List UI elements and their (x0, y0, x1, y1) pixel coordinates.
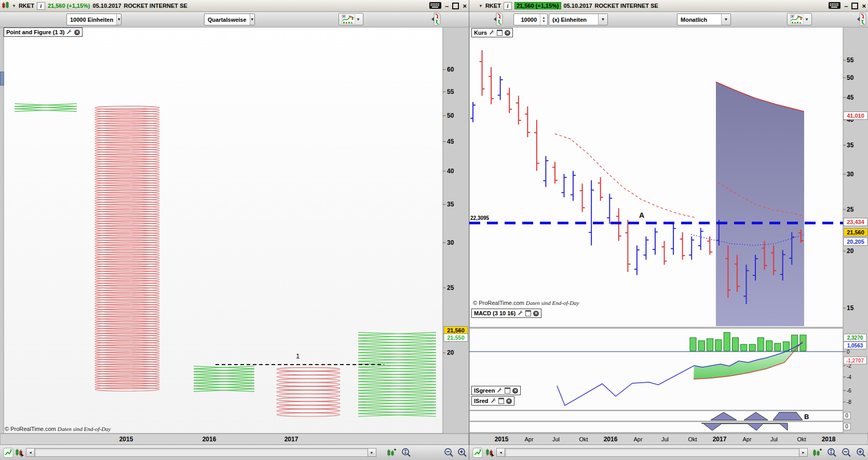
svg-text:Okt: Okt (797, 436, 806, 442)
tab-point-and-figure[interactable]: Point and Figure (1 3) × (4, 27, 83, 37)
panel-window-icon[interactable] (497, 30, 503, 36)
side-panel-handle[interactable] (0, 72, 4, 86)
candle-cursor-icon[interactable] (484, 447, 496, 458)
scroll-left-icon[interactable]: ◄ (496, 448, 505, 457)
fit-zoom-icon[interactable] (400, 447, 412, 458)
left-chart-canvas[interactable]: 160555045403530252021,56021,550201520162… (0, 0, 469, 460)
svg-text:21,550: 21,550 (447, 334, 465, 341)
scroll-right-icon[interactable]: ► (799, 448, 808, 457)
right-chart-canvas[interactable]: 22,3095A55504540353025201541,01023,43421… (469, 0, 868, 460)
left-titlebar[interactable]: ▼ RKET i 21,560 (+1,15%) 05.10.2017 ROCK… (0, 0, 469, 12)
svg-text:20: 20 (847, 247, 854, 255)
scroll-left-icon[interactable]: ◄ (26, 448, 35, 457)
close-button[interactable]: × (463, 3, 467, 9)
svg-text:30: 30 (447, 239, 454, 246)
maximize-button[interactable] (851, 3, 858, 9)
close-indicator-icon[interactable]: × (512, 388, 518, 394)
close-indicator-icon[interactable]: × (74, 30, 80, 35)
close-indicator-icon[interactable]: × (533, 311, 539, 316)
units-value-spinner[interactable]: 10000 ▲▼ (513, 13, 548, 25)
panel-window-icon[interactable] (505, 387, 510, 394)
pnf-y-axis: 605550454035302520 (443, 66, 454, 356)
chart-style-icon (342, 15, 355, 24)
tab-isgreen[interactable]: ISgreen × (471, 386, 521, 395)
svg-text:0: 0 (847, 349, 850, 355)
tab-isred[interactable]: ISred × (471, 396, 514, 406)
keyboard-icon[interactable] (829, 2, 840, 10)
chart-style-button[interactable]: ▼ (338, 13, 363, 25)
minimize-button[interactable]: – (445, 3, 449, 9)
pnf-x-axis: 201520162017 (0, 434, 469, 445)
svg-text:B: B (804, 413, 809, 421)
price-badge: 21,560 (844, 229, 867, 236)
minimize-button[interactable]: – (844, 3, 848, 9)
units-dropdown[interactable]: 10000 Einheiten ▼ (66, 13, 121, 25)
svg-text:-4: -4 (847, 374, 851, 380)
price-badge: 41,010 (844, 112, 867, 120)
scroll-right-icon[interactable]: ► (368, 448, 376, 457)
horizontal-scrollbar[interactable]: ◄ ► (496, 448, 808, 457)
tab-label: ISgreen (474, 387, 495, 394)
close-indicator-icon[interactable]: × (505, 30, 510, 36)
scrollbar-track[interactable] (35, 448, 368, 457)
svg-text:2016: 2016 (202, 436, 216, 443)
close-button[interactable]: × (862, 3, 866, 9)
zoom-chart-icon[interactable] (471, 447, 483, 458)
dropdown-caret-icon: ▼ (598, 14, 607, 25)
dropdown-caret-icon: ▼ (805, 17, 809, 22)
info-icon[interactable]: i (37, 2, 45, 10)
info-icon[interactable]: i (504, 2, 512, 10)
chart-style-button[interactable]: ▼ (787, 13, 812, 25)
zoom-out-icon[interactable] (442, 447, 454, 458)
svg-text:2017: 2017 (284, 436, 299, 443)
wrench-icon[interactable] (491, 398, 496, 405)
units-mode-dropdown[interactable]: (x) Einheiten ▼ (549, 13, 608, 25)
isred-panel: 0 (469, 422, 850, 433)
instrument-name: ROCKET INTERNET SE (124, 3, 187, 9)
wrench-icon[interactable] (489, 30, 495, 36)
keyboard-icon[interactable] (429, 2, 441, 10)
zoom-chart-icon[interactable] (2, 447, 14, 458)
svg-text:60: 60 (447, 66, 454, 73)
svg-text:1: 1 (296, 352, 300, 360)
add-candles-icon[interactable] (811, 447, 823, 458)
horizontal-scrollbar[interactable]: ◄ ► (26, 448, 376, 457)
zoom-in-icon[interactable] (456, 447, 468, 458)
symbol-dropdown-caret-icon[interactable]: ▼ (12, 4, 16, 8)
tab-macd[interactable]: MACD (3 10 16) × (471, 309, 541, 318)
watermark: © ProRealTime.com Daten sind End-of-Day (473, 300, 579, 306)
panel-window-icon[interactable] (498, 398, 504, 404)
zoom-out-icon[interactable] (840, 447, 852, 458)
period-dropdown[interactable]: Monatlich ▼ (677, 13, 731, 25)
period-dropdown[interactable]: Quartalsweise ▼ (204, 13, 255, 25)
watermark: © ProRealTime.com Daten sind End-of-Day (5, 426, 111, 432)
tab-label: Point and Figure (1 3) (6, 29, 64, 35)
panel-window-icon[interactable] (525, 310, 531, 316)
scrollbar-track[interactable] (505, 448, 799, 457)
close-indicator-icon[interactable]: × (506, 398, 512, 404)
svg-text:2017: 2017 (713, 436, 727, 443)
add-candles-icon[interactable] (385, 447, 397, 458)
wrench-icon[interactable] (518, 310, 523, 317)
svg-text:Apr: Apr (633, 436, 642, 442)
candle-cursor-icon[interactable] (13, 447, 25, 458)
symbol-dropdown-caret-icon[interactable]: ▼ (479, 4, 483, 8)
zoom-in-icon[interactable] (855, 447, 866, 458)
svg-text:50: 50 (847, 74, 854, 81)
panel-collapse-icon[interactable] (493, 12, 503, 27)
panel-collapse-icon[interactable] (857, 12, 866, 27)
svg-text:45: 45 (847, 94, 854, 101)
svg-text:2015: 2015 (495, 436, 509, 443)
fit-zoom-icon[interactable] (825, 447, 837, 458)
wrench-icon[interactable] (497, 387, 503, 394)
wrench-icon[interactable] (66, 29, 72, 36)
maximize-button[interactable] (452, 3, 459, 9)
spinner-arrows-icon[interactable]: ▲▼ (540, 14, 547, 25)
svg-text:Jul: Jul (770, 436, 778, 442)
right-titlebar[interactable]: ▼ RKET i 21,560 (+1,15%) 05.10.2017 ROCK… (469, 0, 868, 12)
svg-text:Okt: Okt (688, 436, 697, 442)
svg-text:Apr: Apr (742, 436, 751, 442)
panel-collapse-icon[interactable] (431, 12, 441, 27)
tab-kurs[interactable]: Kurs × (471, 28, 513, 37)
price-badge: 21,560 (444, 327, 468, 334)
